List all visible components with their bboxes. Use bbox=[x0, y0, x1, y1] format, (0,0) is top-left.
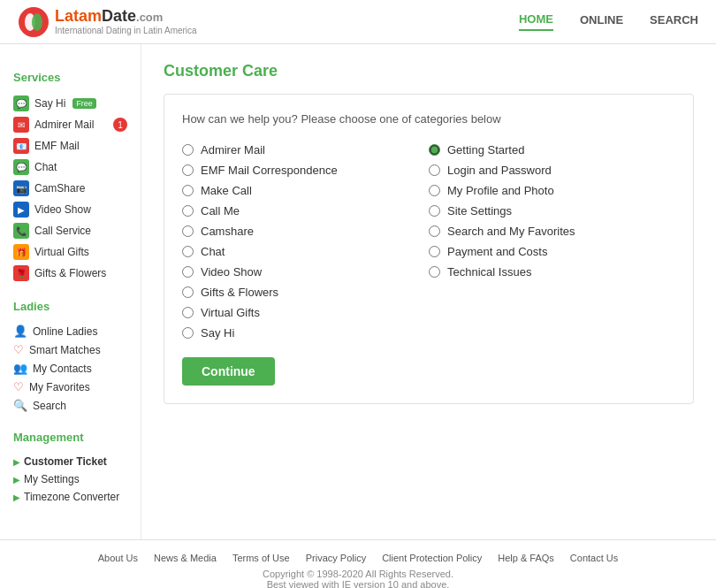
radio-input-virtual-gifts[interactable] bbox=[182, 307, 194, 318]
radio-input-login-password[interactable] bbox=[429, 164, 440, 176]
radio-camshare[interactable]: Camshare bbox=[182, 225, 429, 238]
sidebar-item-my-favorites[interactable]: ♡ My Favorites bbox=[13, 378, 127, 396]
footer-terms[interactable]: Terms of Use bbox=[232, 553, 290, 563]
sidebar-item-flowers[interactable]: 🌹 Gifts & Flowers bbox=[13, 263, 127, 284]
radio-say-hi[interactable]: Say Hi bbox=[182, 326, 429, 340]
sidebar-item-emf[interactable]: 📧 EMF Mail bbox=[13, 135, 127, 157]
radio-input-video-show[interactable] bbox=[182, 266, 194, 278]
my-settings-arrow: ▶ bbox=[13, 475, 20, 485]
sidebar-item-admirer[interactable]: ✉ Admirer Mail 1 bbox=[13, 114, 127, 135]
nav-search[interactable]: SEARCH bbox=[650, 13, 698, 30]
sidebar-item-customer-ticket[interactable]: ▶ Customer Ticket bbox=[13, 453, 127, 470]
sidebar-item-timezone[interactable]: ▶ Timezone Converter bbox=[13, 488, 127, 506]
video-icon: ▶ bbox=[13, 202, 29, 218]
sidebar-item-video[interactable]: ▶ Video Show bbox=[13, 199, 127, 220]
radio-admirer-mail[interactable]: Admirer Mail bbox=[182, 143, 429, 157]
radio-technical-issues[interactable]: Technical Issues bbox=[429, 265, 675, 279]
radio-input-gifts-flowers[interactable] bbox=[182, 286, 194, 298]
radio-input-getting-started[interactable] bbox=[429, 144, 440, 156]
sidebar-item-chat[interactable]: 💬 Chat bbox=[13, 157, 127, 178]
radio-virtual-gifts[interactable]: Virtual Gifts bbox=[182, 306, 429, 319]
footer-contact[interactable]: Contact Us bbox=[570, 553, 618, 563]
radio-site-settings[interactable]: Site Settings bbox=[429, 204, 675, 218]
continue-button[interactable]: Continue bbox=[182, 357, 275, 386]
smart-matches-icon: ♡ bbox=[13, 343, 24, 356]
radio-input-say-hi[interactable] bbox=[182, 327, 194, 339]
free-badge: Free bbox=[72, 98, 96, 109]
radio-input-camshare[interactable] bbox=[182, 225, 194, 237]
admirer-label: Admirer Mail bbox=[34, 118, 94, 131]
sayhi-icon: 💬 bbox=[13, 95, 29, 111]
footer-privacy[interactable]: Privacy Policy bbox=[306, 553, 366, 563]
services-title: Services bbox=[13, 71, 127, 84]
sidebar-item-call[interactable]: 📞 Call Service bbox=[13, 220, 127, 241]
sidebar-item-my-contacts[interactable]: 👥 My Contacts bbox=[13, 359, 127, 378]
radio-input-payment-costs[interactable] bbox=[429, 246, 440, 257]
sidebar-item-smart-matches[interactable]: ♡ Smart Matches bbox=[13, 340, 127, 359]
radio-input-emf-mail[interactable] bbox=[182, 164, 194, 176]
footer-help[interactable]: Help & FAQs bbox=[498, 553, 554, 563]
footer-news[interactable]: News & Media bbox=[154, 553, 217, 563]
footer: About Us News & Media Terms of Use Priva… bbox=[0, 539, 716, 588]
content-area: Customer Care How can we help you? Pleas… bbox=[141, 44, 716, 539]
chat-cat-label: Chat bbox=[201, 245, 225, 258]
radio-my-profile[interactable]: My Profile and Photo bbox=[429, 184, 675, 197]
radio-input-call-me[interactable] bbox=[182, 205, 194, 217]
radio-emf-mail[interactable]: EMF Mail Correspondence bbox=[182, 164, 429, 177]
logo-tagline: International Dating in Latin America bbox=[55, 26, 197, 35]
logo-name: LatamDate.com bbox=[55, 8, 197, 26]
nav-home[interactable]: HOME bbox=[519, 12, 553, 31]
sidebar-item-my-settings[interactable]: ▶ My Settings bbox=[13, 470, 127, 488]
radio-input-admirer-mail[interactable] bbox=[182, 144, 194, 156]
radio-getting-started[interactable]: Getting Started bbox=[429, 143, 675, 157]
my-favorites-label: My Favorites bbox=[29, 381, 90, 393]
call-label: Call Service bbox=[34, 225, 91, 237]
camshare-icon: 📷 bbox=[13, 180, 29, 196]
radio-input-technical-issues[interactable] bbox=[429, 266, 440, 278]
flowers-label: Gifts & Flowers bbox=[34, 267, 106, 279]
management-title: Management bbox=[13, 431, 127, 444]
radio-make-call[interactable]: Make Call bbox=[182, 184, 429, 197]
footer-links: About Us News & Media Terms of Use Priva… bbox=[18, 553, 698, 563]
nav-online[interactable]: ONLINE bbox=[580, 13, 623, 30]
radio-video-show[interactable]: Video Show bbox=[182, 265, 429, 279]
online-ladies-icon: 👤 bbox=[13, 325, 27, 338]
radio-payment-costs[interactable]: Payment and Costs bbox=[429, 245, 675, 258]
radio-chat[interactable]: Chat bbox=[182, 245, 429, 258]
chat-label: Chat bbox=[34, 161, 57, 173]
footer-about[interactable]: About Us bbox=[98, 553, 138, 563]
categories-right: Getting Started Login and Password My Pr… bbox=[429, 143, 675, 340]
timezone-arrow: ▶ bbox=[13, 493, 20, 502]
sidebar-item-gifts[interactable]: 🎁 Virtual Gifts bbox=[13, 241, 127, 263]
sidebar: Services 💬 Say Hi Free ✉ Admirer Mail 1 … bbox=[0, 44, 141, 539]
sidebar-item-camshare[interactable]: 📷 CamShare bbox=[13, 178, 127, 199]
login-password-cat-label: Login and Password bbox=[447, 164, 552, 177]
radio-login-password[interactable]: Login and Password bbox=[429, 164, 675, 177]
getting-started-cat-label: Getting Started bbox=[447, 143, 524, 157]
radio-input-my-profile[interactable] bbox=[429, 185, 440, 196]
sidebar-item-online-ladies[interactable]: 👤 Online Ladies bbox=[13, 322, 127, 340]
sidebar-item-search[interactable]: 🔍 Search bbox=[13, 396, 127, 415]
radio-input-site-settings[interactable] bbox=[429, 205, 440, 217]
sidebar-item-sayhi[interactable]: 💬 Say Hi Free bbox=[13, 93, 127, 114]
footer-client-protection[interactable]: Client Protection Policy bbox=[382, 553, 482, 563]
main-layout: Services 💬 Say Hi Free ✉ Admirer Mail 1 … bbox=[0, 44, 716, 539]
make-call-cat-label: Make Call bbox=[201, 184, 252, 197]
video-show-cat-label: Video Show bbox=[201, 265, 262, 279]
header: LatamDate.com International Dating in La… bbox=[0, 0, 716, 44]
emf-icon: 📧 bbox=[13, 138, 29, 154]
radio-search-favorites[interactable]: Search and My Favorites bbox=[429, 225, 675, 238]
smart-matches-label: Smart Matches bbox=[29, 344, 101, 356]
chat-icon: 💬 bbox=[13, 159, 29, 175]
radio-input-search-favorites[interactable] bbox=[429, 225, 440, 237]
radio-gifts-flowers[interactable]: Gifts & Flowers bbox=[182, 286, 429, 299]
radio-input-make-call[interactable] bbox=[182, 185, 194, 196]
call-me-cat-label: Call Me bbox=[201, 204, 240, 218]
gifts-icon: 🎁 bbox=[13, 244, 29, 260]
my-contacts-label: My Contacts bbox=[33, 363, 92, 375]
admirer-icon: ✉ bbox=[13, 117, 29, 133]
radio-call-me[interactable]: Call Me bbox=[182, 204, 429, 218]
site-settings-cat-label: Site Settings bbox=[447, 204, 512, 218]
video-label: Video Show bbox=[34, 203, 91, 216]
radio-input-chat[interactable] bbox=[182, 246, 194, 257]
